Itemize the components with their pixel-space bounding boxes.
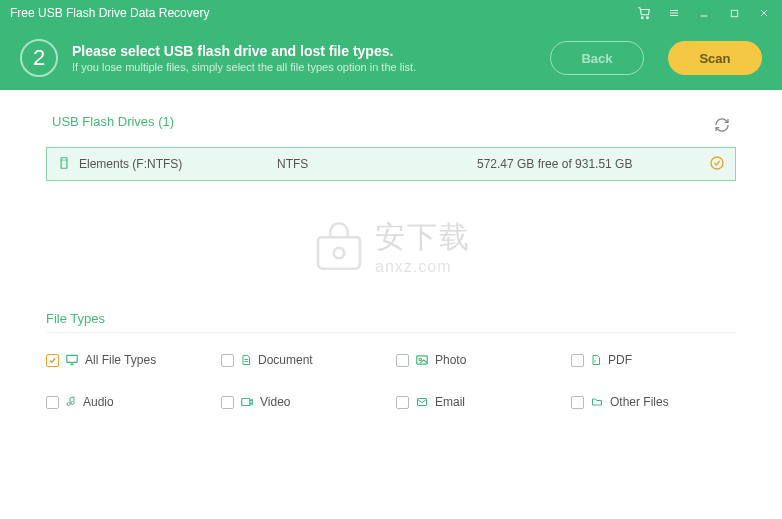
type-label: All File Types xyxy=(85,353,156,367)
folder-icon xyxy=(590,396,604,408)
type-photo[interactable]: Photo xyxy=(396,353,561,367)
drive-name: Elements (F:NTFS) xyxy=(79,157,182,171)
step-header: 2 Please select USB flash drive and lost… xyxy=(0,26,782,90)
svg-rect-14 xyxy=(67,355,78,362)
checkbox[interactable] xyxy=(46,396,59,409)
svg-point-12 xyxy=(711,157,723,169)
type-label: Video xyxy=(260,395,290,409)
email-icon xyxy=(415,396,429,408)
checkbox[interactable] xyxy=(46,354,59,367)
usb-icon xyxy=(57,155,71,174)
file-types-grid: All File Types Document Photo P PDF Audi… xyxy=(46,353,736,409)
svg-point-20 xyxy=(419,358,421,360)
checkbox[interactable] xyxy=(571,354,584,367)
photo-icon xyxy=(415,353,429,367)
type-label: Other Files xyxy=(610,395,669,409)
scan-button[interactable]: Scan xyxy=(668,41,762,75)
type-all-files[interactable]: All File Types xyxy=(46,353,211,367)
watermark: 安下载 anxz.com xyxy=(46,181,736,311)
type-label: Audio xyxy=(83,395,114,409)
type-email[interactable]: Email xyxy=(396,395,561,409)
header-text: Please select USB flash drive and lost f… xyxy=(72,43,536,73)
back-button[interactable]: Back xyxy=(550,41,644,75)
type-label: Document xyxy=(258,353,313,367)
svg-rect-6 xyxy=(731,10,737,16)
pdf-icon: P xyxy=(590,353,602,367)
content: USB Flash Drives (1) Elements (F:NTFS) N… xyxy=(0,90,782,419)
header-title: Please select USB flash drive and lost f… xyxy=(72,43,536,59)
checkbox[interactable] xyxy=(571,396,584,409)
audio-icon xyxy=(65,395,77,409)
file-types-title: File Types xyxy=(46,311,736,326)
type-label: PDF xyxy=(608,353,632,367)
divider xyxy=(46,332,736,333)
document-icon xyxy=(240,353,252,367)
menu-icon[interactable] xyxy=(666,5,682,21)
drive-space: 572.47 GB free of 931.51 GB xyxy=(477,157,695,171)
drives-title: USB Flash Drives (1) xyxy=(52,114,174,129)
drives-header: USB Flash Drives (1) xyxy=(46,114,736,147)
drive-fs: NTFS xyxy=(277,157,477,171)
step-number: 2 xyxy=(20,39,58,77)
minimize-icon[interactable] xyxy=(696,5,712,21)
checkbox[interactable] xyxy=(221,354,234,367)
svg-rect-9 xyxy=(61,157,67,168)
video-icon xyxy=(240,395,254,409)
checkbox[interactable] xyxy=(396,396,409,409)
type-video[interactable]: Video xyxy=(221,395,386,409)
type-pdf[interactable]: P PDF xyxy=(571,353,736,367)
app-title: Free USB Flash Drive Data Recovery xyxy=(10,6,636,20)
svg-point-13 xyxy=(334,248,345,259)
checkbox[interactable] xyxy=(396,354,409,367)
cart-icon[interactable] xyxy=(636,5,652,21)
svg-rect-22 xyxy=(242,399,250,406)
header-subtitle: If you lose multiple files, simply selec… xyxy=(72,61,536,73)
watermark-cn: 安下载 xyxy=(375,217,471,258)
svg-point-0 xyxy=(641,17,643,19)
window-controls xyxy=(636,5,772,21)
close-icon[interactable] xyxy=(756,5,772,21)
svg-text:P: P xyxy=(594,360,597,364)
titlebar: Free USB Flash Drive Data Recovery xyxy=(0,0,782,26)
type-audio[interactable]: Audio xyxy=(46,395,211,409)
type-document[interactable]: Document xyxy=(221,353,386,367)
type-label: Photo xyxy=(435,353,466,367)
drive-row[interactable]: Elements (F:NTFS) NTFS 572.47 GB free of… xyxy=(46,147,736,181)
type-label: Email xyxy=(435,395,465,409)
checkbox[interactable] xyxy=(221,396,234,409)
svg-rect-19 xyxy=(417,356,428,364)
watermark-en: anxz.com xyxy=(375,258,451,276)
selected-check-icon xyxy=(709,155,725,174)
type-other[interactable]: Other Files xyxy=(571,395,736,409)
refresh-icon[interactable] xyxy=(714,117,730,137)
svg-point-1 xyxy=(647,17,649,19)
maximize-icon[interactable] xyxy=(726,5,742,21)
monitor-icon xyxy=(65,353,79,367)
